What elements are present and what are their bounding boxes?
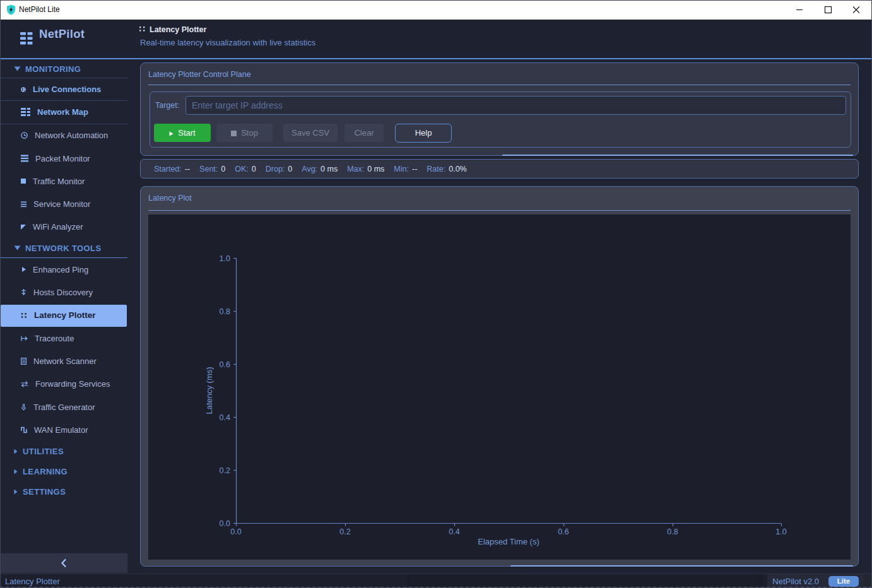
svg-text:Latency (ms): Latency (ms) bbox=[204, 367, 214, 414]
svg-text:0.6: 0.6 bbox=[558, 527, 569, 536]
svg-text:1.0: 1.0 bbox=[775, 527, 786, 536]
svg-text:1.0: 1.0 bbox=[220, 254, 230, 263]
svg-text:0.4: 0.4 bbox=[449, 527, 459, 536]
svg-text:0.2: 0.2 bbox=[339, 527, 350, 536]
svg-text:0.2: 0.2 bbox=[220, 466, 230, 475]
svg-text:0.0: 0.0 bbox=[220, 519, 230, 528]
svg-text:0.4: 0.4 bbox=[220, 413, 230, 422]
svg-text:0.0: 0.0 bbox=[230, 527, 241, 536]
svg-text:Elapsed Time (s): Elapsed Time (s) bbox=[478, 537, 539, 546]
svg-text:0.8: 0.8 bbox=[220, 307, 230, 316]
svg-text:0.8: 0.8 bbox=[667, 527, 678, 536]
svg-text:0.6: 0.6 bbox=[220, 360, 230, 369]
